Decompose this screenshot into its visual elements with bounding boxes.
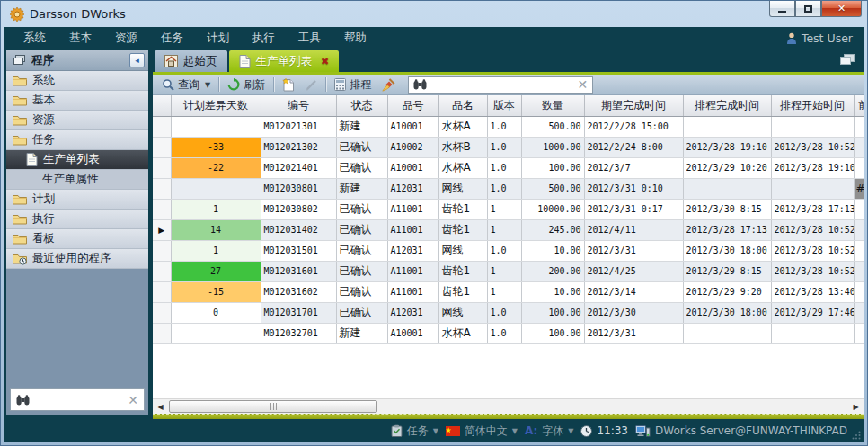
- cell-sched_start[interactable]: 2012/3/28 10:52: [771, 240, 854, 261]
- cell-due[interactable]: 2012/2/28 15:00: [584, 116, 683, 137]
- sidebar-item[interactable]: 基本: [6, 91, 148, 111]
- cell-item_name[interactable]: 齿轮1: [438, 219, 487, 240]
- cell-diff[interactable]: [171, 323, 261, 343]
- cell-qty[interactable]: 10.00: [521, 240, 584, 261]
- cell-sched_end[interactable]: 2012/3/28 17:13: [683, 219, 771, 240]
- status-task-menu[interactable]: 任务 ▼: [391, 424, 438, 439]
- cell-sched_end[interactable]: 2012/3/30 8:15: [683, 199, 771, 219]
- tab-close-icon[interactable]: ✖: [321, 56, 329, 67]
- cell-item_no[interactable]: A10001: [387, 157, 438, 178]
- sidebar-item[interactable]: 任务: [6, 130, 148, 150]
- menu-item[interactable]: 基本: [58, 27, 103, 49]
- cell-item_name[interactable]: 网线: [438, 302, 487, 323]
- cell-item_no[interactable]: A10001: [387, 323, 438, 343]
- tab-production-orders[interactable]: 生产单列表 ✖: [229, 50, 340, 72]
- cell-sched_end[interactable]: 2012/3/29 10:20: [683, 157, 771, 178]
- cell-marker[interactable]: ▶: [153, 219, 171, 240]
- cell-version[interactable]: 1.0: [487, 157, 521, 178]
- menu-item[interactable]: 系统: [12, 27, 58, 49]
- menu-item[interactable]: 工具: [287, 27, 332, 49]
- table-row[interactable]: -33M012021302已确认A10002水杯B1.01000.002012/…: [153, 137, 864, 157]
- table-row[interactable]: 1M012031501已确认A12031网线1.010.002012/3/312…: [153, 240, 864, 261]
- cell-marker[interactable]: [153, 302, 171, 323]
- table-row[interactable]: 1M012030802已确认A11001齿轮1110000.002012/3/3…: [153, 199, 864, 219]
- cell-item_no[interactable]: A11001: [387, 281, 438, 302]
- cell-code[interactable]: M012032701: [261, 323, 336, 343]
- maximize-button[interactable]: [795, 1, 821, 17]
- table-row[interactable]: M012021301新建A10001水杯A1.0500.002012/2/28 …: [153, 116, 864, 137]
- cell-due[interactable]: 2012/3/31: [584, 323, 683, 343]
- cell-extra[interactable]: [854, 199, 864, 219]
- cell-qty[interactable]: 10.00: [521, 281, 584, 302]
- cell-due[interactable]: 2012/3/7: [584, 157, 683, 178]
- cell-sched_start[interactable]: [771, 323, 854, 343]
- sidebar-item[interactable]: 最近使用的程序: [6, 249, 148, 269]
- cell-marker[interactable]: [153, 157, 171, 178]
- menu-item[interactable]: 帮助: [332, 27, 378, 49]
- cell-qty[interactable]: 100.00: [521, 157, 584, 178]
- sidebar-item[interactable]: 生产单属性: [6, 170, 148, 190]
- query-dropdown-icon[interactable]: ▼: [205, 81, 210, 89]
- cell-sched_start[interactable]: 2012/3/28 10:52: [771, 219, 854, 240]
- close-button[interactable]: ✕: [821, 1, 862, 17]
- cell-sched_start[interactable]: 2012/3/29 17:46: [771, 302, 854, 323]
- new-button[interactable]: [277, 76, 300, 94]
- sidebar-item[interactable]: 看板: [6, 229, 148, 249]
- cell-version[interactable]: 1.0: [487, 178, 521, 199]
- cell-qty[interactable]: 245.00: [521, 219, 584, 240]
- cell-code[interactable]: M012021302: [261, 137, 336, 157]
- cell-code[interactable]: M012031402: [261, 219, 336, 240]
- cell-version[interactable]: 1.0: [487, 302, 521, 323]
- cell-sched_start[interactable]: 2012/3/28 10:52: [771, 137, 854, 157]
- column-header-qty[interactable]: 数量: [521, 95, 584, 116]
- cell-diff[interactable]: [171, 116, 261, 137]
- cell-extra[interactable]: [854, 219, 864, 240]
- cell-status[interactable]: 新建: [336, 323, 387, 343]
- table-row[interactable]: -15M012031602已确认A11001齿轮1110.002012/3/14…: [153, 281, 864, 302]
- cell-code[interactable]: M012031602: [261, 281, 336, 302]
- cell-qty[interactable]: 500.00: [521, 178, 584, 199]
- sidebar-item[interactable]: 资源: [6, 111, 148, 130]
- cell-status[interactable]: 已确认: [336, 199, 387, 219]
- cell-sched_end[interactable]: [683, 116, 771, 137]
- cell-item_no[interactable]: A12031: [387, 178, 438, 199]
- cell-version[interactable]: 1.0: [487, 323, 521, 343]
- cell-due[interactable]: 2012/3/31: [584, 240, 683, 261]
- cell-code[interactable]: M012031601: [261, 261, 336, 281]
- horizontal-scrollbar[interactable]: ◀ ▶: [153, 398, 864, 414]
- cell-item_no[interactable]: A10002: [387, 137, 438, 157]
- cell-sched_start[interactable]: [771, 178, 854, 199]
- menu-item[interactable]: 执行: [241, 27, 287, 49]
- cell-marker[interactable]: [153, 281, 171, 302]
- status-font-menu[interactable]: A: 字体 ▼: [525, 424, 573, 439]
- column-header-due[interactable]: 期望完成时间: [584, 95, 683, 116]
- cell-diff[interactable]: 0: [171, 302, 261, 323]
- cell-code[interactable]: M012021401: [261, 157, 336, 178]
- table-row[interactable]: M012032701新建A10001水杯A1.0100.002012/3/31: [153, 323, 864, 343]
- cell-extra[interactable]: [854, 302, 864, 323]
- column-header-item_no[interactable]: 品号: [387, 95, 438, 116]
- cell-diff[interactable]: -22: [171, 157, 261, 178]
- cell-marker[interactable]: [153, 199, 171, 219]
- clean-button[interactable]: [376, 76, 401, 94]
- cascade-windows-icon[interactable]: [840, 54, 855, 66]
- cell-item_no[interactable]: A11001: [387, 261, 438, 281]
- sidebar-search-input[interactable]: [35, 394, 122, 406]
- resize-grip[interactable]: [852, 431, 861, 440]
- cell-version[interactable]: 1: [487, 281, 521, 302]
- status-language-menu[interactable]: 简体中文 ▼: [446, 424, 518, 439]
- cell-version[interactable]: 1: [487, 219, 521, 240]
- cell-status[interactable]: 已确认: [336, 281, 387, 302]
- cell-code[interactable]: M012031501: [261, 240, 336, 261]
- tab-home[interactable]: 起始页: [155, 50, 227, 72]
- column-header-sched_start[interactable]: 排程开始时间: [771, 95, 854, 116]
- cell-due[interactable]: 2012/2/24 8:00: [584, 137, 683, 157]
- cell-version[interactable]: 1: [487, 199, 521, 219]
- cell-due[interactable]: 2012/3/30: [584, 302, 683, 323]
- cell-item_no[interactable]: A10001: [387, 116, 438, 137]
- cell-marker[interactable]: [153, 137, 171, 157]
- menu-item[interactable]: 资源: [103, 27, 149, 49]
- cell-item_name[interactable]: 水杯A: [438, 323, 487, 343]
- cell-extra[interactable]: [854, 281, 864, 302]
- cell-sched_start[interactable]: 2012/3/28 10:52: [771, 261, 854, 281]
